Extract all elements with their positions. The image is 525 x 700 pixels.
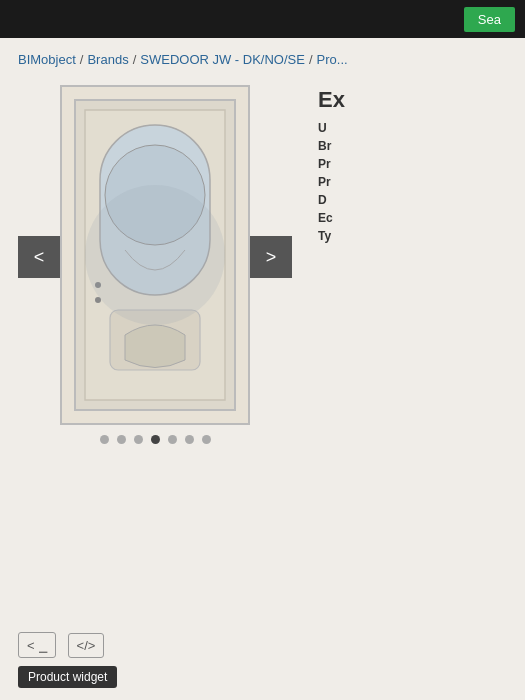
code-embed-button[interactable]: </> — [68, 633, 105, 658]
door-image-container — [60, 85, 250, 425]
dot-6[interactable] — [185, 435, 194, 444]
bottom-toolbar: < ⎯ </> Product widget — [0, 622, 525, 700]
info-label-4: Pr — [318, 175, 331, 189]
share-icon-lines: ⎯ — [39, 637, 47, 653]
dot-3[interactable] — [134, 435, 143, 444]
share-icon: < — [27, 638, 35, 653]
dot-indicators — [100, 435, 211, 444]
info-label-5: D — [318, 193, 327, 207]
main-content: BIMobject / Brands / SWEDOOR JW - DK/NO/… — [0, 38, 525, 700]
door-image — [70, 95, 240, 415]
info-label-7: Ty — [318, 229, 331, 243]
search-button[interactable]: Sea — [464, 7, 515, 32]
svg-point-7 — [85, 185, 225, 325]
dot-2[interactable] — [117, 435, 126, 444]
info-label-6: Ec — [318, 211, 333, 225]
product-title: Ex — [318, 87, 515, 113]
breadcrumb-item-3[interactable]: SWEDOOR JW - DK/NO/SE — [140, 52, 305, 67]
prev-arrow[interactable]: < — [18, 236, 60, 278]
info-row-1: U — [318, 121, 515, 135]
breadcrumb: BIMobject / Brands / SWEDOOR JW - DK/NO/… — [0, 38, 525, 77]
breadcrumb-sep-2: / — [133, 52, 137, 67]
breadcrumb-sep-3: / — [309, 52, 313, 67]
info-label-3: Pr — [318, 157, 331, 171]
breadcrumb-item-1[interactable]: BIMobject — [18, 52, 76, 67]
dot-1[interactable] — [100, 435, 109, 444]
info-row-7: Ty — [318, 229, 515, 243]
info-section: Ex U Br Pr Pr D Ec Ty — [310, 77, 525, 444]
info-label-2: Br — [318, 139, 331, 153]
product-widget-badge: Product widget — [18, 666, 117, 688]
dot-4[interactable] — [151, 435, 160, 444]
breadcrumb-sep-1: / — [80, 52, 84, 67]
info-row-6: Ec — [318, 211, 515, 225]
dot-5[interactable] — [168, 435, 177, 444]
code-icon: </> — [77, 638, 96, 653]
info-label-1: U — [318, 121, 327, 135]
toolbar-icons: < ⎯ </> — [18, 632, 104, 658]
breadcrumb-item-2[interactable]: Brands — [87, 52, 128, 67]
info-row-3: Pr — [318, 157, 515, 171]
top-bar: Sea — [0, 0, 525, 38]
breadcrumb-item-4[interactable]: Pro... — [317, 52, 348, 67]
info-row-5: D — [318, 193, 515, 207]
info-row-4: Pr — [318, 175, 515, 189]
share-button[interactable]: < ⎯ — [18, 632, 56, 658]
product-area: < > Ex U Br — [0, 77, 525, 444]
dot-7[interactable] — [202, 435, 211, 444]
info-row-2: Br — [318, 139, 515, 153]
prev-arrow-icon: < — [34, 247, 45, 268]
image-section: < > — [0, 77, 310, 444]
next-arrow[interactable]: > — [250, 236, 292, 278]
next-arrow-icon: > — [266, 247, 277, 268]
